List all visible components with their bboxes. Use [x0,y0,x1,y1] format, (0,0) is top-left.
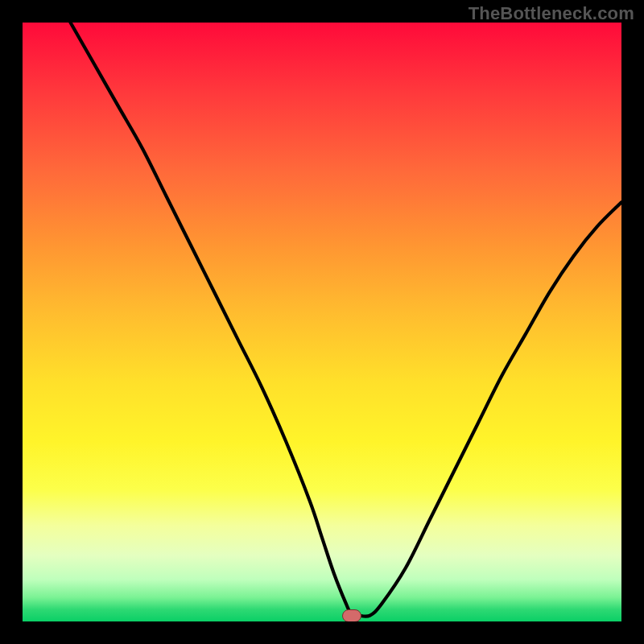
chart-frame: TheBottleneck.com [0,0,644,644]
bottleneck-curve [23,23,621,621]
minimum-marker [342,609,361,621]
plot-area [23,23,621,621]
watermark-text: TheBottleneck.com [469,3,634,24]
